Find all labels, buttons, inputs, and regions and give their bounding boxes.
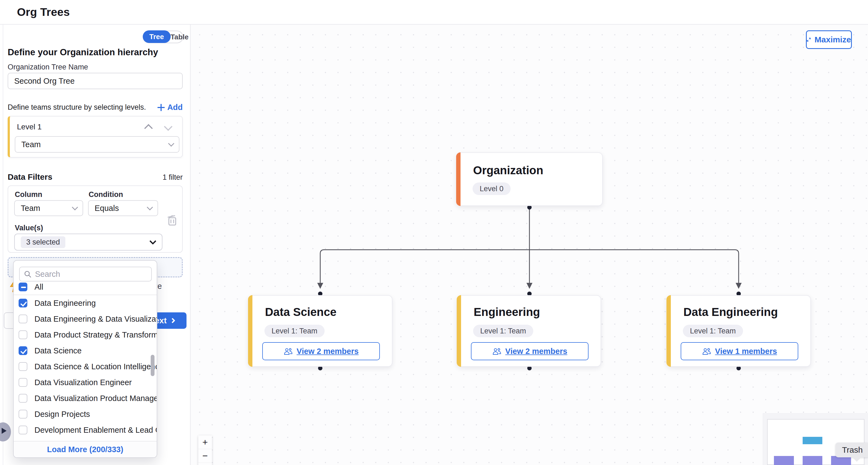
node-title: Data Science (265, 306, 336, 319)
checkbox-unchecked-icon[interactable] (19, 331, 27, 339)
values-dropdown-panel: All Data Engineering Data Engineering & … (13, 260, 157, 458)
values-multiselect[interactable]: 3 selected (14, 234, 162, 251)
condition-value: Equals (95, 204, 119, 213)
node-level-badge: Level 0 (472, 182, 510, 195)
view-members-label: View 2 members (297, 347, 359, 356)
condition-select[interactable]: Equals (88, 200, 158, 216)
option-row[interactable]: Data Engineering & Data Visualization (14, 311, 157, 327)
chevron-down-icon (149, 238, 156, 245)
checkbox-checked-icon[interactable] (19, 299, 27, 307)
option-row[interactable]: Development Enablement & Lead Ge... (14, 422, 157, 438)
values-label: Value(s) (15, 224, 43, 232)
page-title: Org Trees (17, 0, 70, 24)
view-members-button[interactable]: View 2 members (262, 342, 380, 360)
tree-name-input[interactable] (8, 73, 183, 89)
move-up-icon[interactable] (144, 124, 153, 132)
option-row[interactable]: Development & Portfolio Strat... (14, 438, 157, 441)
node-level-badge: Level 1: Team (683, 325, 743, 337)
select-all-label: All (34, 283, 43, 291)
checkbox-checked-icon[interactable] (19, 346, 27, 355)
org-node-data-engineering[interactable]: Data Engineering Level 1: Team View 1 me… (666, 295, 811, 367)
search-input[interactable] (35, 270, 147, 279)
members-icon (492, 347, 501, 355)
column-label: Column (15, 190, 42, 199)
members-icon (702, 347, 711, 355)
checkbox-unchecked-icon[interactable] (19, 362, 27, 371)
option-row[interactable]: Data Science & Location Intelligence (14, 359, 157, 374)
tree-connectors (191, 25, 868, 465)
chevron-down-icon (72, 204, 78, 210)
minimap-viewport (767, 419, 864, 465)
sidebar-heading: Define your Organization hierarchy (8, 47, 158, 57)
org-tree-canvas[interactable]: Maximize Organization Level 0 (190, 25, 868, 465)
option-row[interactable]: Data Science (14, 343, 157, 359)
minimap-child-node (803, 456, 822, 465)
option-label: Data Science & Location Intelligence (34, 362, 157, 371)
search-icon (24, 270, 32, 278)
fit-view-button[interactable] (198, 463, 212, 465)
node-level-badge: Level 1: Team (473, 325, 533, 337)
org-node-engineering[interactable]: Engineering Level 1: Team View 2 members (457, 295, 601, 367)
view-members-label: View 2 members (505, 347, 567, 356)
column-value: Team (21, 204, 40, 213)
chevron-down-icon (147, 204, 153, 210)
move-down-icon[interactable] (164, 122, 172, 131)
checkbox-indeterminate-icon[interactable] (19, 283, 27, 291)
org-trees-app: Org Trees Tree Table Define your Organiz… (0, 0, 868, 465)
zoom-in-button[interactable]: + (198, 435, 212, 449)
select-all-row[interactable]: All (14, 279, 157, 294)
add-level-button[interactable]: Add (157, 103, 183, 112)
zoom-controls: + − (198, 435, 212, 465)
tree-name-label: Organization Tree Name (8, 63, 88, 71)
minimap-child-node (774, 456, 794, 465)
tree-table-toggle[interactable]: Tree Table (143, 31, 183, 43)
option-label: Data Visualization Engineer (34, 378, 132, 387)
option-label: Development Enablement & Lead Ge... (34, 426, 157, 435)
view-members-button[interactable]: View 1 members (681, 342, 798, 360)
view-members-label: View 1 members (715, 347, 777, 356)
node-level-badge: Level 1: Team (265, 325, 324, 337)
minimap-root-node (803, 437, 822, 444)
org-node-data-science[interactable]: Data Science Level 1: Team View 2 member… (248, 295, 393, 367)
node-title: Organization (473, 164, 544, 177)
scrollbar-thumb[interactable] (151, 355, 155, 376)
selected-count-chip: 3 selected (21, 236, 65, 248)
options-list: Data Engineering Data Engineering & Data… (14, 295, 157, 441)
checkbox-unchecked-icon[interactable] (19, 410, 27, 418)
option-label: Data Engineering (34, 299, 96, 308)
filter-count: 1 filter (162, 173, 183, 182)
level-1-card: Level 1 Team (8, 116, 183, 158)
filter-card: Column Condition Team Equals Value(s) 3 … (8, 185, 183, 253)
delete-filter-icon[interactable] (167, 214, 178, 226)
checkbox-unchecked-icon[interactable] (19, 394, 27, 403)
plus-icon (157, 104, 165, 111)
data-filters-title: Data Filters (8, 172, 52, 182)
org-node-root[interactable]: Organization Level 0 (456, 152, 603, 206)
option-label: Data Product Strategy & Transformat... (34, 331, 157, 339)
chevron-right-icon (170, 318, 175, 323)
toggle-tree[interactable]: Tree (143, 30, 170, 43)
checkbox-unchecked-icon[interactable] (19, 315, 27, 323)
option-label: Data Engineering & Data Visualization (34, 315, 157, 323)
load-more-footer[interactable]: Load More (200/333) (14, 441, 157, 457)
zoom-out-button[interactable]: − (198, 449, 212, 463)
level-type-select[interactable]: Team (15, 136, 179, 153)
checkbox-unchecked-icon[interactable] (19, 378, 27, 387)
level-type-value: Team (21, 140, 41, 149)
toggle-table[interactable]: Table (170, 33, 189, 41)
option-label: Data Science (34, 346, 82, 355)
add-label: Add (167, 103, 183, 112)
option-label: Data Visualization Product Managem... (34, 394, 157, 403)
option-row[interactable]: Data Visualization Product Managem... (14, 390, 157, 406)
chevron-down-icon (168, 140, 175, 147)
checkbox-unchecked-icon[interactable] (19, 426, 27, 434)
column-select[interactable]: Team (14, 200, 83, 216)
node-title: Data Engineering (683, 306, 778, 319)
levels-hint: Define teams structure by selecting leve… (8, 103, 146, 112)
option-row[interactable]: Data Product Strategy & Transformat... (14, 327, 157, 343)
view-members-button[interactable]: View 2 members (471, 342, 589, 360)
option-row[interactable]: Data Engineering (14, 295, 157, 311)
option-row[interactable]: Data Visualization Engineer (14, 374, 157, 390)
condition-label: Condition (89, 190, 123, 199)
option-row[interactable]: Design Projects (14, 406, 157, 422)
